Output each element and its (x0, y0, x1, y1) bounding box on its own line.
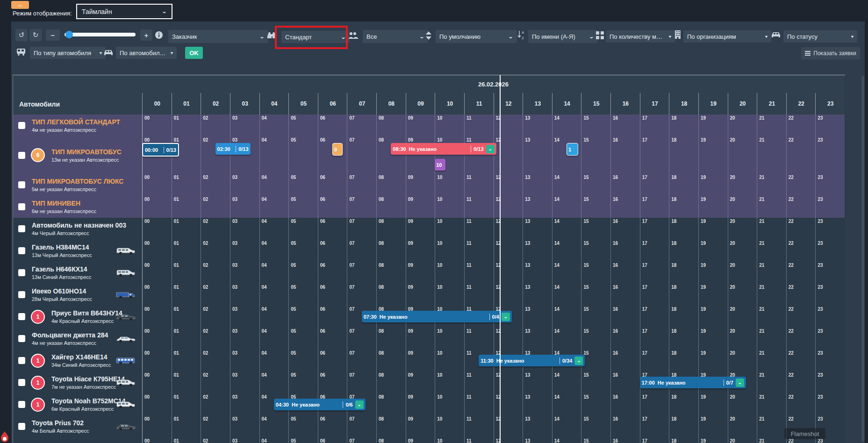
timeline-cell[interactable]: 13 (523, 306, 552, 328)
timeline-cell[interactable]: 15 (581, 393, 611, 415)
timeline-cell[interactable]: 19 (698, 350, 728, 372)
timeline-cell[interactable]: 15 (581, 262, 611, 284)
row-timeline[interactable]: 0001020304050607080910111213141516171819… (142, 306, 845, 328)
row-checkbox[interactable] (18, 291, 25, 298)
timeline-cell[interactable]: 01 (172, 306, 201, 328)
timeline-cell[interactable]: 21 (757, 306, 787, 328)
timeline-cell[interactable]: 04 (259, 350, 289, 372)
timeline-cell[interactable]: 05 (288, 415, 318, 437)
vertical-scrollbar[interactable] (861, 76, 864, 442)
timeline-cell[interactable]: 06 (318, 262, 348, 284)
timeline-cell[interactable]: 21 (757, 114, 787, 136)
booking-bar[interactable]: 0 (332, 143, 343, 156)
show-requests-button[interactable]: Показать заявки (801, 47, 860, 59)
timeline-cell[interactable]: 15 (581, 218, 611, 240)
default-sort-dropdown[interactable]: По умолчанию⌄ (436, 30, 517, 43)
timeline-cell[interactable]: 17 (640, 196, 670, 218)
row-timeline[interactable]: 0001020304050607080910111213141516171819… (142, 196, 845, 218)
row-checkbox[interactable] (18, 357, 25, 364)
timeline-cell[interactable]: 15 (581, 350, 611, 372)
timeline-cell[interactable]: 04 (259, 262, 289, 284)
timeline-cell[interactable]: 19 (698, 136, 728, 174)
timeline-cell[interactable]: 14 (552, 196, 582, 218)
timeline-cell[interactable]: 04 (259, 174, 289, 196)
booking-bar-07:30[interactable]: 07:30Не указано0/4⌄ (362, 311, 512, 322)
timeline-cell[interactable]: 22 (786, 196, 816, 218)
timeline-cell[interactable]: 16 (610, 328, 640, 350)
timeline-cell[interactable]: 17 (640, 114, 670, 136)
timeline-cell[interactable]: 09 (406, 174, 436, 196)
timeline-cell[interactable]: 01 (172, 350, 201, 372)
timeline-cell[interactable]: 08 (376, 284, 406, 306)
timeline-cell[interactable]: 13 (523, 196, 552, 218)
row-checkbox[interactable] (18, 313, 25, 320)
timeline-cell[interactable]: 21 (757, 415, 787, 437)
timeline-cell[interactable]: 01 (172, 393, 201, 415)
timeline-cell[interactable]: 02 (201, 136, 230, 174)
timeline-cell[interactable]: 16 (610, 415, 640, 437)
sort-az-icon[interactable]: AZ (517, 30, 525, 40)
timeline-cell[interactable]: 10 (435, 415, 465, 437)
timeline-cell[interactable]: 01 (172, 174, 201, 196)
timeline-cell[interactable]: 03 (230, 136, 260, 174)
timeline-cell[interactable]: 21 (757, 372, 787, 393)
timeline-cell[interactable]: 10 (435, 218, 465, 240)
timeline-cell[interactable]: 12 (494, 136, 524, 174)
booking-bar-08:30[interactable]: 08:30Не указано0/13⌄ (391, 143, 496, 155)
timeline-cell[interactable]: 06 (318, 306, 348, 328)
timeline-cell[interactable]: 16 (610, 393, 640, 415)
row-timeline[interactable]: 0001020304050607080910111213141516171819… (142, 240, 845, 262)
timeline-cell[interactable]: 14 (552, 306, 582, 328)
timeline-cell[interactable]: 21 (757, 262, 787, 284)
timeline-cell[interactable]: 11 (464, 262, 494, 284)
timeline-cell[interactable]: 12 (494, 328, 524, 350)
timeline-cell[interactable]: 10 (435, 240, 465, 262)
timeline-cell[interactable]: 02 (201, 218, 230, 240)
timeline-cell[interactable]: 09 (406, 350, 436, 372)
timeline-cell[interactable]: 08 (376, 136, 406, 174)
timeline-cell[interactable]: 07 (347, 350, 377, 372)
timeline-cell[interactable]: 12 (494, 240, 524, 262)
timeline-cell[interactable]: 19 (698, 174, 728, 196)
row-timeline[interactable]: 0001020304050607080910111213141516171819… (142, 218, 845, 240)
booking-bar[interactable]: 1 (567, 143, 578, 156)
row-timeline[interactable]: 0001020304050607080910111213141516171819… (142, 415, 845, 437)
timeline-cell[interactable]: 03 (230, 240, 260, 262)
timeline-cell[interactable]: 07 (347, 328, 377, 350)
timeline-cell[interactable]: 22 (786, 136, 816, 174)
timeline-cell[interactable]: 02 (201, 415, 230, 437)
zoom-in-button[interactable]: + (140, 29, 152, 41)
timeline-cell[interactable]: 15 (581, 328, 611, 350)
timeline-cell[interactable]: 16 (610, 306, 640, 328)
timeline-cell[interactable]: 07 (347, 114, 377, 136)
timeline-cell[interactable]: 03 (230, 174, 260, 196)
timeline-cell[interactable]: 18 (669, 415, 699, 437)
timeline-cell[interactable]: 23 (815, 262, 845, 284)
timeline-cell[interactable]: 20 (728, 328, 758, 350)
timeline-cell[interactable]: 08 (376, 218, 406, 240)
timeline-cell[interactable]: 08 (376, 196, 406, 218)
timeline-cell[interactable]: 16 (610, 240, 640, 262)
timeline-cell[interactable]: 11 (464, 114, 494, 136)
timeline-cell[interactable]: 03 (230, 393, 260, 415)
zoom-out-button[interactable]: − (46, 29, 60, 41)
booking-bar-11:30[interactable]: 11:30Не указано0/34⌄ (479, 355, 585, 366)
timeline-cell[interactable]: 01 (172, 328, 201, 350)
building-icon[interactable] (674, 30, 681, 39)
timeline-cell[interactable]: 07 (347, 218, 377, 240)
timeline-cell[interactable]: 18 (669, 240, 699, 262)
timeline-cell[interactable]: 23 (815, 328, 845, 350)
timeline-cell[interactable]: 04 (259, 328, 289, 350)
redo-button[interactable]: ↻ (29, 29, 42, 41)
timeline-cell[interactable]: 21 (757, 136, 787, 174)
timeline-cell[interactable]: 02 (201, 240, 230, 262)
timeline-cell[interactable]: 18 (669, 114, 699, 136)
timeline-cell[interactable]: 23 (815, 350, 845, 372)
car-icon[interactable] (103, 49, 114, 56)
timeline-cell[interactable]: 12 (494, 284, 524, 306)
timeline-cell[interactable]: 22 (786, 240, 816, 262)
timeline-cell[interactable]: 18 (669, 262, 699, 284)
timeline-cell[interactable]: 09 (406, 393, 436, 415)
timeline-cell[interactable]: 18 (669, 284, 699, 306)
timeline-cell[interactable]: 13 (523, 328, 552, 350)
